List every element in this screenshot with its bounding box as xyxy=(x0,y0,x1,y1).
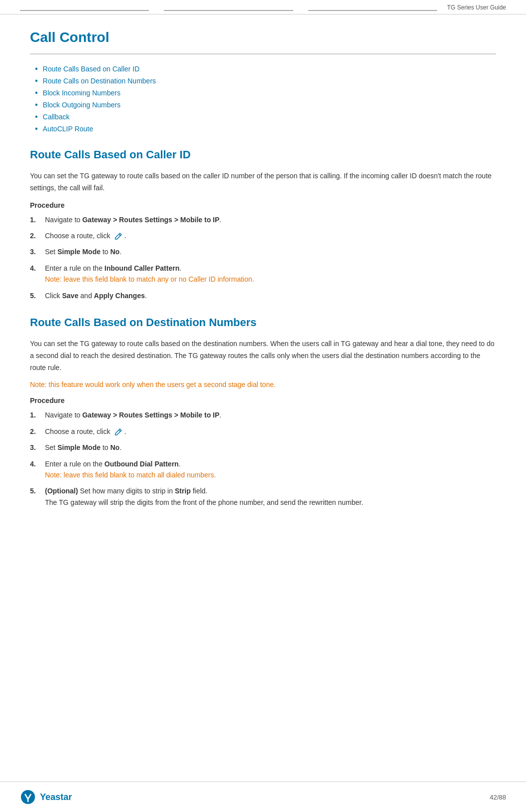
toc-link-1[interactable]: Route Calls Based on Caller ID xyxy=(43,65,140,73)
section-2-note-top: Note: this feature would work only when … xyxy=(30,381,496,389)
toc-item-1[interactable]: Route Calls Based on Caller ID xyxy=(35,64,496,73)
header-line-3 xyxy=(308,10,437,11)
footer-logo-area: Yeastar xyxy=(20,789,72,805)
step-1-4-content: Enter a rule on the Inbound Caller Patte… xyxy=(45,263,496,285)
step-1-2-content: Choose a route, click . xyxy=(45,230,496,241)
step-2-4-content: Enter a rule on the Outbound Dial Patter… xyxy=(45,458,496,481)
step-2-2: 2. Choose a route, click . xyxy=(30,426,496,437)
step-1-3-bold1: Simple Mode xyxy=(57,248,100,256)
header-decorative-lines xyxy=(20,10,437,11)
step-1-5-num: 5. xyxy=(30,290,45,301)
toc-link-3[interactable]: Block Incoming Numbers xyxy=(43,89,121,97)
toc-list: Route Calls Based on Caller ID Route Cal… xyxy=(30,64,496,133)
step-2-2-num: 2. xyxy=(30,426,45,437)
step-2-1-bold: Gateway > Routes Settings > Mobile to IP xyxy=(82,411,220,419)
step-2-3-content: Set Simple Mode to No. xyxy=(45,442,496,453)
toc-item-6[interactable]: AutoCLIP Route xyxy=(35,124,496,133)
toc-item-5[interactable]: Callback xyxy=(35,112,496,121)
step-2-2-content: Choose a route, click . xyxy=(45,426,496,437)
step-2-5-bold: Strip xyxy=(175,487,191,495)
section-1: Route Calls Based on Caller ID You can s… xyxy=(30,148,496,301)
header-title: TG Series User Guide xyxy=(447,4,506,11)
step-1-4-bold: Inbound Caller Pattern xyxy=(104,264,179,272)
step-2-4-bold: Outbound Dial Pattern xyxy=(104,460,179,468)
step-1-2: 2. Choose a route, click . xyxy=(30,230,496,241)
step-2-5-extra: The TG gateway will strip the digits fro… xyxy=(45,498,363,506)
step-1-5-bold2: Apply Changes xyxy=(94,292,145,300)
toc-link-6[interactable]: AutoCLIP Route xyxy=(43,125,93,133)
footer: Yeastar 42/88 xyxy=(0,782,526,812)
step-2-1-content: Navigate to Gateway > Routes Settings > … xyxy=(45,409,496,420)
step-1-3: 3. Set Simple Mode to No. xyxy=(30,246,496,257)
step-1-2-num: 2. xyxy=(30,230,45,241)
step-1-4: 4. Enter a rule on the Inbound Caller Pa… xyxy=(30,263,496,285)
section-2: Route Calls Based on Destination Numbers… xyxy=(30,316,496,508)
step-2-5-content: (Optional) Set how many digits to strip … xyxy=(45,485,496,508)
step-2-1: 1. Navigate to Gateway > Routes Settings… xyxy=(30,409,496,420)
step-1-3-bold2: No xyxy=(110,248,120,256)
section-2-procedure-label: Procedure xyxy=(30,397,496,405)
step-1-5-content: Click Save and Apply Changes. xyxy=(45,290,496,301)
step-1-4-num: 4. xyxy=(30,263,45,274)
step-2-4-num: 4. xyxy=(30,458,45,469)
step-1-1-num: 1. xyxy=(30,214,45,225)
page-title: Call Control xyxy=(30,29,496,45)
toc-link-2[interactable]: Route Calls on Destination Numbers xyxy=(43,77,156,85)
step-2-4: 4. Enter a rule on the Outbound Dial Pat… xyxy=(30,458,496,481)
toc-link-5[interactable]: Callback xyxy=(43,113,70,121)
step-2-5-optional: (Optional) xyxy=(45,487,78,495)
yeastar-logo-icon xyxy=(20,789,36,805)
section-2-title: Route Calls Based on Destination Numbers xyxy=(30,316,496,329)
header-line-1 xyxy=(20,10,149,11)
toc-item-2[interactable]: Route Calls on Destination Numbers xyxy=(35,76,496,85)
step-2-1-num: 1. xyxy=(30,409,45,420)
title-divider xyxy=(30,53,496,54)
section-2-steps: 1. Navigate to Gateway > Routes Settings… xyxy=(30,409,496,508)
header-line-2 xyxy=(164,10,293,11)
step-1-4-note: Note: leave this field blank to match an… xyxy=(45,275,254,283)
section-2-body: You can set the TG gateway to route call… xyxy=(30,338,496,374)
step-2-3-bold1: Simple Mode xyxy=(57,443,100,451)
main-content: Call Control Route Calls Based on Caller… xyxy=(0,14,526,558)
toc-item-4[interactable]: Block Outgoing Numbers xyxy=(35,100,496,109)
section-1-body: You can set the TG gateway to route call… xyxy=(30,170,496,194)
step-1-5: 5. Click Save and Apply Changes. xyxy=(30,290,496,301)
step-2-3-num: 3. xyxy=(30,442,45,453)
step-1-1-bold: Gateway > Routes Settings > Mobile to IP xyxy=(82,216,220,224)
step-1-1: 1. Navigate to Gateway > Routes Settings… xyxy=(30,214,496,225)
toc-link-4[interactable]: Block Outgoing Numbers xyxy=(43,101,121,109)
footer-page-number: 42/88 xyxy=(490,794,506,801)
header-bar: TG Series User Guide xyxy=(0,0,526,14)
section-1-title: Route Calls Based on Caller ID xyxy=(30,148,496,161)
step-1-1-content: Navigate to Gateway > Routes Settings > … xyxy=(45,214,496,225)
step-1-3-num: 3. xyxy=(30,246,45,257)
edit-icon-2 xyxy=(114,428,122,436)
section-1-procedure-label: Procedure xyxy=(30,201,496,209)
step-2-3-bold2: No xyxy=(110,443,120,451)
step-1-5-bold1: Save xyxy=(62,292,78,300)
footer-brand-name: Yeastar xyxy=(40,792,72,803)
step-2-5: 5. (Optional) Set how many digits to str… xyxy=(30,485,496,508)
step-1-3-content: Set Simple Mode to No. xyxy=(45,246,496,257)
section-1-steps: 1. Navigate to Gateway > Routes Settings… xyxy=(30,214,496,301)
step-2-5-num: 5. xyxy=(30,485,45,496)
step-2-3: 3. Set Simple Mode to No. xyxy=(30,442,496,453)
step-2-4-note: Note: leave this field blank to match al… xyxy=(45,471,216,479)
toc-item-3[interactable]: Block Incoming Numbers xyxy=(35,88,496,97)
edit-icon-1 xyxy=(114,232,122,240)
